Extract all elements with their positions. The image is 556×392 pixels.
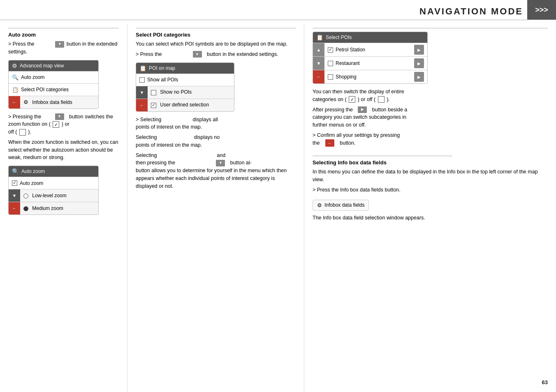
checkbox-autozoom[interactable] [12, 180, 17, 186]
right-para5: > Press the Info box data fields button. [313, 186, 548, 194]
left-para2c: ) or [62, 121, 70, 127]
right-para2: After pressing the ▶ button beside a cat… [313, 106, 548, 129]
mid-para4-a: Selecting [136, 134, 157, 140]
right-para2-c: category you can switch subcategories in [313, 114, 406, 120]
show-none-row-content: Show no POIs [148, 87, 234, 97]
left-para1-btn[interactable]: ▼ [55, 41, 64, 48]
mediumzoom-label: Medium zoom [32, 205, 63, 211]
infobox-label: Infobox data fields [32, 99, 72, 105]
search-icon-2: 🔍 [12, 168, 19, 175]
mid-para1: You can select which POI symbols are to … [136, 40, 296, 48]
right-para1-c: ) or off ( [358, 97, 376, 102]
check-on-right [349, 96, 355, 103]
header-arrow: >>> [527, 0, 556, 20]
poi-on-map-menu: 📋 POI on map Show all POIs ▼ Show no POI… [136, 62, 234, 112]
check-on-icon [53, 121, 59, 128]
checkbox-petrol[interactable] [328, 47, 333, 53]
menu-row-poi-label: Select POI categories [21, 87, 69, 92]
menu-row-lowzoom[interactable]: ▼ Low-level zoom [9, 189, 98, 202]
infobox-gear-icon: ⚙ [317, 202, 322, 208]
nav-btn-back-medium[interactable]: ← [9, 202, 20, 214]
poi-nav-down[interactable]: ▼ [313, 57, 324, 70]
lowzoom-label: Low-level zoom [32, 193, 66, 198]
menu-row-user-defined[interactable]: ← User defined selection [136, 99, 234, 111]
mid-para5-c: then pressing the [136, 160, 175, 166]
poi-nav-up[interactable]: ▲ [313, 43, 324, 56]
check-off-right [378, 96, 385, 103]
poi-row-restaurant[interactable]: ▼ Restaurant ▶ [313, 56, 427, 70]
poi-panel-header-text: Select POIs [326, 35, 352, 40]
petrol-row-content: Petrol Station ▶ [324, 45, 427, 55]
mid-para2-a: > Press the [136, 51, 162, 57]
nav-btn-user-def[interactable]: ← [136, 99, 148, 111]
poi-nav-back[interactable]: ← [313, 70, 324, 83]
poi-row-shopping[interactable]: ← Shopping ▶ [313, 70, 427, 83]
list-icon-poi: 📋 [139, 65, 146, 71]
show-all-label: Show all POIs [147, 77, 178, 83]
menu-row-autozoom-check[interactable]: Auto zoom [9, 177, 98, 189]
spacer [313, 149, 548, 156]
right-para3-b: the [313, 140, 320, 146]
menu-header-poi-map: 📋 POI on map [136, 63, 234, 74]
petrol-submenu-btn[interactable]: ▶ [414, 45, 424, 55]
pressing-btn[interactable]: ▼ [55, 113, 64, 120]
nav-btn-show-none[interactable]: ▼ [136, 86, 148, 99]
back-nav-btn[interactable]: ← [9, 96, 20, 108]
right-para2-b: button beside a [372, 107, 408, 113]
confirm-btn[interactable]: ← [325, 139, 334, 147]
left-para2d: off ( [8, 129, 17, 135]
main-content: Auto zoom > Press the ▼ button in the ex… [0, 24, 556, 392]
checkbox-user-def[interactable] [151, 103, 156, 108]
menu-header-poi-text: POI on map [149, 65, 175, 71]
infobox-data-fields-btn[interactable]: ⚙ Infobox data fields [313, 200, 369, 211]
nav-btn-v[interactable]: ▼ [9, 189, 20, 202]
mid-para2-btn[interactable]: ▼ [193, 51, 202, 58]
header-bar: NAVIGATION MODE >>> [0, 0, 556, 20]
menu-header-text: Advanced map view [20, 63, 64, 69]
checkbox-restaurant[interactable] [328, 61, 333, 66]
menu-row-infobox[interactable]: ← ⚙ Infobox data fields [9, 96, 98, 108]
left-column: Auto zoom > Press the ▼ button in the ex… [0, 24, 127, 392]
menu-row-show-all[interactable]: Show all POIs [136, 74, 234, 86]
checkbox-show-all[interactable] [139, 77, 145, 83]
mid-para5-btn[interactable]: ▼ [216, 160, 225, 166]
check-off-icon [19, 129, 26, 136]
poi-panel-header: 📋 Select POIs [313, 32, 427, 43]
select-pois-panel: 📋 Select POIs ▲ Petrol Station ▶ ▼ Resta… [313, 32, 428, 84]
right-para2-btn[interactable]: ▶ [358, 106, 367, 113]
gear-icon: ⚙ [12, 62, 17, 69]
menu-row-poi[interactable]: 📋 Select POI categories [9, 83, 98, 96]
restaurant-row-content: Restaurant ▶ [324, 58, 427, 68]
left-para2e: ). [28, 129, 31, 135]
mid-para3-b: displays all [193, 117, 218, 122]
mid-para5-e: button allows you to determine for yours… [136, 168, 287, 189]
mid-para5-a: Selecting [136, 152, 157, 158]
list-icon: 📋 [12, 87, 19, 93]
right-para3-a: > Confirm all your settings by pressing [313, 132, 400, 138]
infobox-small-label: Infobox data fields [324, 202, 364, 208]
infobox-row-content: ⚙ Infobox data fields [20, 97, 98, 107]
shopping-submenu-btn[interactable]: ▶ [414, 72, 424, 82]
menu-row-autozoom[interactable]: 🔍 Auto zoom [9, 71, 98, 83]
header-arrow-text: >>> [535, 6, 548, 14]
mid-section-title: Select POI categories [136, 32, 296, 38]
restaurant-submenu-btn[interactable]: ▶ [414, 58, 424, 68]
menu-row-show-none[interactable]: ▼ Show no POIs [136, 86, 234, 99]
left-section-title: Auto zoom [8, 32, 119, 38]
checkbox-show-none[interactable] [151, 90, 156, 95]
menu-row-autozoom-label: Auto zoom [21, 74, 44, 80]
mid-para3: > Selecting displays all points of inter… [136, 116, 296, 131]
right-para1-b: categories on ( [313, 97, 347, 102]
mid-para4-b: displays no [194, 134, 220, 140]
mid-column: Select POI categories You can select whi… [127, 24, 304, 392]
mid-para2: > Press the ▼ button in the extended set… [136, 51, 296, 58]
right-column: 📋 Select POIs ▲ Petrol Station ▶ ▼ Resta… [304, 24, 556, 392]
right-para1-d: ). [387, 97, 390, 102]
poi-row-petrol[interactable]: ▲ Petrol Station ▶ [313, 43, 427, 56]
auto-zoom-menu: 🔍 Auto zoom Auto zoom ▼ Low-level zoom ← [8, 166, 99, 215]
menu-row-mediumzoom[interactable]: ← Medium zoom [9, 202, 98, 214]
checkbox-shopping[interactable] [328, 74, 333, 80]
section2-title: Selecting Info box data fields [313, 159, 548, 166]
mid-para3-c: points of interest on the map. [136, 124, 202, 130]
page-number: 63 [542, 379, 548, 385]
